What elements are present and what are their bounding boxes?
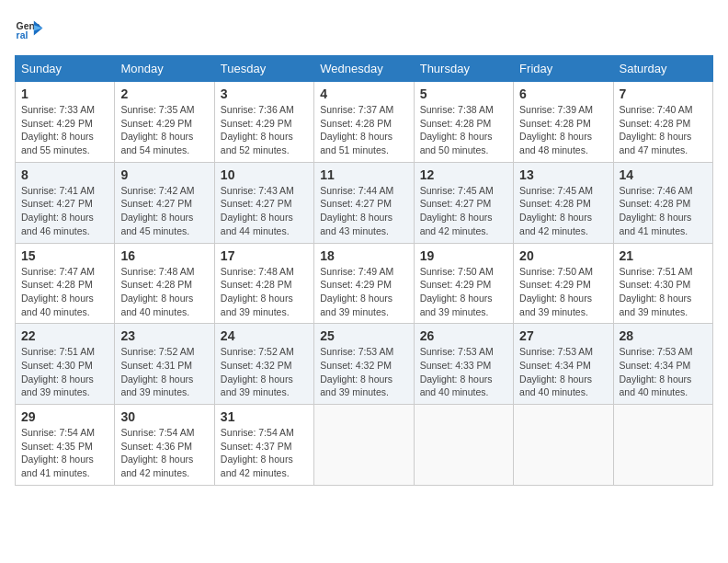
calendar-cell: 23 Sunrise: 7:52 AMSunset: 4:31 PMDaylig… [115,324,214,405]
day-info: Sunrise: 7:53 AMSunset: 4:32 PMDaylight:… [320,345,407,399]
weekday-header: Wednesday [314,56,414,82]
day-info: Sunrise: 7:36 AMSunset: 4:29 PMDaylight:… [221,103,308,157]
calendar-cell: 25 Sunrise: 7:53 AMSunset: 4:32 PMDaylig… [314,324,414,405]
calendar-cell: 11 Sunrise: 7:44 AMSunset: 4:27 PMDaylig… [314,162,414,243]
day-number: 30 [120,409,208,424]
calendar-cell: 21 Sunrise: 7:51 AMSunset: 4:30 PMDaylig… [613,243,712,324]
svg-text:ral: ral [17,30,28,40]
day-number: 18 [320,248,407,263]
day-info: Sunrise: 7:52 AMSunset: 4:31 PMDaylight:… [120,345,208,399]
day-number: 20 [519,248,607,263]
day-number: 5 [420,86,507,101]
day-info: Sunrise: 7:46 AMSunset: 4:28 PMDaylight:… [620,184,707,238]
day-info: Sunrise: 7:53 AMSunset: 4:34 PMDaylight:… [620,345,707,399]
day-info: Sunrise: 7:47 AMSunset: 4:28 PMDaylight:… [21,265,108,319]
calendar-cell [514,405,613,486]
day-info: Sunrise: 7:37 AMSunset: 4:28 PMDaylight:… [320,103,407,157]
calendar-cell: 3 Sunrise: 7:36 AMSunset: 4:29 PMDayligh… [214,82,313,163]
day-info: Sunrise: 7:48 AMSunset: 4:28 PMDaylight:… [221,265,308,319]
calendar-week-row: 15 Sunrise: 7:47 AMSunset: 4:28 PMDaylig… [16,243,713,324]
day-number: 28 [620,328,707,343]
weekday-header: Sunday [16,56,115,82]
day-number: 10 [221,167,308,182]
day-number: 7 [620,86,707,101]
calendar-cell: 22 Sunrise: 7:51 AMSunset: 4:30 PMDaylig… [16,324,115,405]
day-number: 4 [320,86,407,101]
weekday-header: Friday [514,56,613,82]
day-info: Sunrise: 7:45 AMSunset: 4:27 PMDaylight:… [420,184,507,238]
day-info: Sunrise: 7:50 AMSunset: 4:29 PMDaylight:… [420,265,507,319]
day-number: 16 [120,248,208,263]
calendar-cell: 30 Sunrise: 7:54 AMSunset: 4:36 PMDaylig… [115,405,214,486]
calendar-week-row: 1 Sunrise: 7:33 AMSunset: 4:29 PMDayligh… [16,82,713,163]
calendar-cell: 17 Sunrise: 7:48 AMSunset: 4:28 PMDaylig… [214,243,313,324]
day-info: Sunrise: 7:35 AMSunset: 4:29 PMDaylight:… [120,103,208,157]
day-number: 26 [420,328,507,343]
day-number: 25 [320,328,407,343]
calendar-cell [314,405,414,486]
calendar-cell: 18 Sunrise: 7:49 AMSunset: 4:29 PMDaylig… [314,243,414,324]
day-number: 1 [21,86,108,101]
day-number: 9 [120,167,208,182]
day-info: Sunrise: 7:54 AMSunset: 4:35 PMDaylight:… [21,426,108,480]
day-info: Sunrise: 7:54 AMSunset: 4:37 PMDaylight:… [221,426,308,480]
day-number: 15 [21,248,108,263]
logo: Gene ral [15,15,48,44]
calendar-cell: 5 Sunrise: 7:38 AMSunset: 4:28 PMDayligh… [414,82,513,163]
calendar-cell: 16 Sunrise: 7:48 AMSunset: 4:28 PMDaylig… [115,243,214,324]
day-info: Sunrise: 7:53 AMSunset: 4:34 PMDaylight:… [519,345,607,399]
calendar-cell: 20 Sunrise: 7:50 AMSunset: 4:29 PMDaylig… [514,243,613,324]
day-number: 8 [21,167,108,182]
calendar-cell: 7 Sunrise: 7:40 AMSunset: 4:28 PMDayligh… [613,82,712,163]
day-info: Sunrise: 7:53 AMSunset: 4:33 PMDaylight:… [420,345,507,399]
calendar-cell: 13 Sunrise: 7:45 AMSunset: 4:28 PMDaylig… [514,162,613,243]
page-header: Gene ral [15,15,713,44]
day-number: 19 [420,248,507,263]
day-info: Sunrise: 7:50 AMSunset: 4:29 PMDaylight:… [519,265,607,319]
calendar-cell: 27 Sunrise: 7:53 AMSunset: 4:34 PMDaylig… [514,324,613,405]
day-info: Sunrise: 7:40 AMSunset: 4:28 PMDaylight:… [620,103,707,157]
calendar-week-row: 8 Sunrise: 7:41 AMSunset: 4:27 PMDayligh… [16,162,713,243]
calendar-cell: 31 Sunrise: 7:54 AMSunset: 4:37 PMDaylig… [214,405,313,486]
calendar-cell: 2 Sunrise: 7:35 AMSunset: 4:29 PMDayligh… [115,82,214,163]
calendar-cell [414,405,513,486]
day-info: Sunrise: 7:48 AMSunset: 4:28 PMDaylight:… [120,265,208,319]
calendar-cell: 19 Sunrise: 7:50 AMSunset: 4:29 PMDaylig… [414,243,513,324]
day-info: Sunrise: 7:33 AMSunset: 4:29 PMDaylight:… [21,103,108,157]
day-info: Sunrise: 7:39 AMSunset: 4:28 PMDaylight:… [519,103,607,157]
calendar-cell: 24 Sunrise: 7:52 AMSunset: 4:32 PMDaylig… [214,324,313,405]
day-number: 29 [21,409,108,424]
day-number: 14 [620,167,707,182]
calendar-cell: 8 Sunrise: 7:41 AMSunset: 4:27 PMDayligh… [16,162,115,243]
day-number: 11 [320,167,407,182]
day-info: Sunrise: 7:43 AMSunset: 4:27 PMDaylight:… [221,184,308,238]
day-info: Sunrise: 7:51 AMSunset: 4:30 PMDaylight:… [620,265,707,319]
day-number: 24 [221,328,308,343]
calendar-cell: 10 Sunrise: 7:43 AMSunset: 4:27 PMDaylig… [214,162,313,243]
calendar-cell: 9 Sunrise: 7:42 AMSunset: 4:27 PMDayligh… [115,162,214,243]
day-number: 27 [519,328,607,343]
calendar-week-row: 29 Sunrise: 7:54 AMSunset: 4:35 PMDaylig… [16,405,713,486]
calendar-week-row: 22 Sunrise: 7:51 AMSunset: 4:30 PMDaylig… [16,324,713,405]
day-number: 17 [221,248,308,263]
day-info: Sunrise: 7:42 AMSunset: 4:27 PMDaylight:… [120,184,208,238]
day-info: Sunrise: 7:51 AMSunset: 4:30 PMDaylight:… [21,345,108,399]
day-info: Sunrise: 7:44 AMSunset: 4:27 PMDaylight:… [320,184,407,238]
day-info: Sunrise: 7:45 AMSunset: 4:28 PMDaylight:… [519,184,607,238]
weekday-header: Saturday [613,56,712,82]
day-number: 6 [519,86,607,101]
calendar-cell: 28 Sunrise: 7:53 AMSunset: 4:34 PMDaylig… [613,324,712,405]
day-number: 13 [519,167,607,182]
day-number: 23 [120,328,208,343]
weekday-header: Tuesday [214,56,313,82]
day-number: 12 [420,167,507,182]
day-number: 31 [221,409,308,424]
calendar-cell: 14 Sunrise: 7:46 AMSunset: 4:28 PMDaylig… [613,162,712,243]
day-info: Sunrise: 7:54 AMSunset: 4:36 PMDaylight:… [120,426,208,480]
calendar-table: SundayMondayTuesdayWednesdayThursdayFrid… [15,55,713,486]
day-info: Sunrise: 7:41 AMSunset: 4:27 PMDaylight:… [21,184,108,238]
day-number: 22 [21,328,108,343]
day-number: 2 [120,86,208,101]
calendar-cell: 29 Sunrise: 7:54 AMSunset: 4:35 PMDaylig… [16,405,115,486]
calendar-cell: 12 Sunrise: 7:45 AMSunset: 4:27 PMDaylig… [414,162,513,243]
